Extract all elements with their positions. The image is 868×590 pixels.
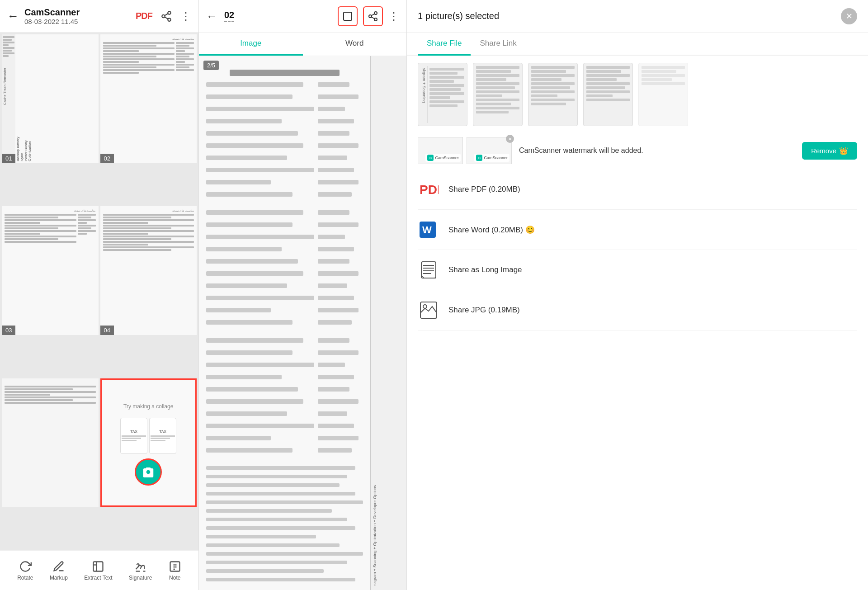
middle-tabs: Image Word (199, 33, 406, 56)
share-long-image-label: Share as Long Image (448, 265, 522, 274)
svg-point-15 (374, 12, 377, 14)
share-pdf-option[interactable]: PDF Share PDF (0.20MB) (418, 170, 857, 210)
doc-viewer[interactable]: 2/5 (199, 56, 406, 590)
thumbnail-01[interactable]: Remoster Cache Trash Backup BatterySyncP… (2, 34, 99, 163)
preview-row: skgram + Scanning (407, 56, 868, 133)
svg-text:W: W (422, 224, 432, 236)
note-icon (169, 560, 181, 573)
crop-icon-box[interactable] (338, 6, 358, 26)
thumbnails-grid: Remoster Cache Trash Backup BatterySyncP… (0, 33, 198, 550)
thumb-label-01: 01 (2, 154, 15, 163)
share-long-image-option[interactable]: Share as Long Image (418, 250, 857, 290)
remove-label: Remove (811, 147, 836, 155)
preview-thumb-1: skgram + Scanning (418, 63, 467, 126)
share-icon[interactable] (160, 10, 172, 22)
svg-point-2 (168, 18, 171, 21)
markup-button[interactable]: Markup (50, 560, 68, 581)
middle-panel: ← 02 ⋮ Image Word 2/5 (199, 0, 407, 590)
crop-icon (342, 11, 353, 22)
extract-text-label: Extract Text (84, 575, 112, 581)
svg-rect-14 (344, 12, 352, 20)
tab-image[interactable]: Image (199, 33, 303, 56)
middle-header-right: ⋮ (338, 6, 399, 26)
svg-rect-23 (421, 262, 436, 278)
middle-header: ← 02 ⋮ (199, 0, 406, 33)
rotate-button[interactable]: Rotate (17, 560, 33, 581)
svg-line-18 (372, 17, 375, 19)
header-title-block: CamScanner 08-03-2022 11.45 (24, 7, 136, 25)
share-word-label: Share Word (0.20MB) 😊 (448, 225, 535, 235)
close-button[interactable]: ✕ (841, 8, 857, 24)
svg-point-17 (374, 18, 377, 21)
svg-text:PDF: PDF (420, 183, 439, 197)
signature-icon (134, 560, 147, 573)
markup-label: Markup (50, 575, 68, 581)
long-image-option-icon (418, 259, 439, 281)
svg-line-3 (165, 17, 168, 19)
share-icon-mid (368, 11, 378, 22)
page-number: 02 (224, 10, 234, 22)
note-label: Note (169, 575, 180, 581)
share-word-option[interactable]: W Share Word (0.20MB) 😊 (418, 210, 857, 250)
share-jpg-option[interactable]: Share JPG (0.19MB) (418, 290, 857, 330)
camera-button[interactable] (135, 458, 162, 486)
tab-share-link[interactable]: Share Link (471, 33, 525, 55)
watermark-text: CamScanner watermark will be added. (519, 146, 643, 154)
jpg-option-icon (418, 299, 439, 321)
doc-content: skgram + Scanning + Optimization + Devel… (199, 56, 406, 590)
right-header: 1 picture(s) selected ✕ (407, 0, 868, 33)
pdf-option-icon: PDF (418, 179, 439, 200)
page-badge: 2/5 (203, 61, 219, 70)
share-pdf-label: Share PDF (0.20MB) (448, 185, 520, 194)
extract-text-button[interactable]: Extract Text (84, 560, 112, 581)
rotate-icon (19, 560, 32, 573)
thumbnail-04[interactable]: مناسبت های صفحه 04 (100, 206, 197, 335)
share-tabs: Share File Share Link (407, 33, 868, 56)
markup-icon (52, 560, 65, 573)
crown-icon: 👑 (839, 146, 848, 155)
collage-item[interactable]: Try making a collage TAX TAX (100, 378, 197, 507)
thumbnail-02[interactable]: مناسبت های صفحه (100, 34, 197, 163)
back-button[interactable]: ← (7, 9, 19, 23)
rotate-label: Rotate (17, 575, 33, 581)
selected-count: 1 picture(s) selected (418, 11, 841, 21)
camera-icon (142, 465, 155, 479)
more-menu-icon[interactable]: ⋮ (180, 10, 191, 23)
thumbnail-05[interactable] (2, 378, 99, 507)
watermark-section: C CamScanner C CamScanner ✕ (407, 133, 868, 170)
tab-share-file[interactable]: Share File (418, 33, 471, 56)
left-panel: ← CamScanner 08-03-2022 11.45 PDF ⋮ (0, 0, 199, 590)
share-jpg-label: Share JPG (0.19MB) (448, 306, 520, 315)
thumb-label-04: 04 (100, 326, 114, 335)
thumb-label-03: 03 (2, 326, 15, 335)
ocr-icon (92, 560, 104, 573)
header-actions: PDF ⋮ (136, 10, 191, 23)
app-date: 08-03-2022 11.45 (24, 18, 136, 25)
signature-button[interactable]: Signature (129, 560, 152, 581)
pdf-icon[interactable]: PDF (136, 11, 152, 21)
preview-thumb-4 (583, 63, 633, 126)
note-button[interactable]: Note (169, 560, 181, 581)
preview-thumb-2 (473, 63, 523, 126)
doc-back-button[interactable]: ← (206, 10, 217, 23)
watermark-text-block: CamScanner watermark will be added. (519, 146, 795, 155)
share-options-list: PDF Share PDF (0.20MB) W Share Word (0.2… (407, 170, 868, 590)
collage-preview: TAX TAX (120, 418, 176, 454)
right-panel: 1 picture(s) selected ✕ Share File Share… (407, 0, 868, 590)
remove-watermark-button[interactable]: Remove 👑 (802, 142, 857, 160)
thumbnail-03[interactable]: مناسبت های صفحه (2, 206, 99, 335)
thumb-label-02: 02 (100, 154, 114, 163)
bottom-toolbar: Rotate Markup Extract Text Signature (0, 550, 198, 590)
share-icon-box[interactable] (363, 6, 383, 26)
svg-rect-5 (94, 562, 103, 571)
svg-point-16 (369, 15, 372, 18)
preview-thumb-3 (528, 63, 578, 126)
left-header: ← CamScanner 08-03-2022 11.45 PDF ⋮ (0, 0, 198, 33)
mid-more-icon[interactable]: ⋮ (388, 10, 399, 23)
tab-word[interactable]: Word (303, 33, 407, 56)
close-icon: ✕ (846, 11, 853, 21)
preview-thumb-5 (638, 63, 688, 126)
svg-line-4 (165, 14, 168, 15)
app-name: CamScanner (24, 7, 136, 18)
word-option-icon: W (418, 219, 439, 241)
